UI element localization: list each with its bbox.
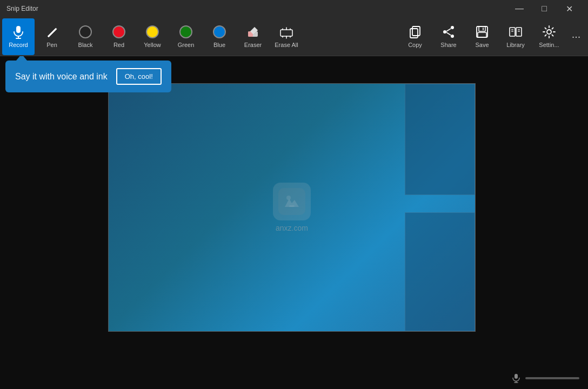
green-label: Green bbox=[178, 42, 195, 49]
green-color-icon bbox=[178, 24, 193, 39]
right-panel-lower bbox=[405, 212, 475, 331]
yellow-label: Yellow bbox=[144, 42, 161, 49]
erase-all-label: Erase All bbox=[275, 42, 298, 49]
pen-label: Pen bbox=[46, 42, 57, 49]
black-color-icon bbox=[78, 24, 93, 39]
watermark-overlay: anxz.com bbox=[273, 183, 311, 232]
svg-rect-27 bbox=[514, 374, 518, 379]
toolbar: Record Pen Black Red bbox=[0, 17, 588, 56]
copy-icon bbox=[407, 24, 423, 39]
svg-rect-5 bbox=[280, 30, 292, 36]
svg-rect-15 bbox=[478, 32, 486, 37]
minimize-icon: — bbox=[515, 4, 524, 14]
app-title: Snip Editor bbox=[6, 5, 38, 12]
mic-area bbox=[511, 373, 579, 383]
svg-rect-13 bbox=[477, 26, 487, 37]
blue-color-icon bbox=[212, 24, 227, 39]
app-store-icon bbox=[273, 183, 311, 220]
more-icon: ··· bbox=[572, 30, 581, 43]
settings-icon bbox=[542, 24, 557, 39]
pen-icon bbox=[44, 24, 59, 39]
more-button[interactable]: ··· bbox=[566, 18, 586, 55]
svg-rect-0 bbox=[16, 26, 21, 33]
black-label: Black bbox=[78, 42, 93, 49]
svg-rect-18 bbox=[516, 28, 522, 36]
record-label: Record bbox=[9, 42, 28, 49]
settings-label: Settin... bbox=[539, 42, 559, 49]
library-button[interactable]: Library bbox=[499, 18, 532, 55]
mic-icon bbox=[11, 24, 26, 39]
close-icon: ✕ bbox=[566, 4, 573, 14]
share-label: Share bbox=[440, 42, 456, 49]
maximize-button[interactable]: □ bbox=[532, 0, 557, 17]
svg-point-23 bbox=[547, 30, 551, 34]
svg-point-25 bbox=[286, 196, 291, 200]
share-icon bbox=[441, 24, 456, 39]
mic-status-icon bbox=[511, 373, 521, 383]
close-button[interactable]: ✕ bbox=[557, 0, 582, 17]
save-label: Save bbox=[475, 42, 489, 49]
svg-rect-26 bbox=[289, 205, 295, 207]
save-icon bbox=[475, 24, 490, 39]
eraser-button[interactable]: Eraser bbox=[237, 18, 269, 55]
yellow-color-icon bbox=[145, 24, 160, 39]
blue-color-button[interactable]: Blue bbox=[203, 18, 236, 55]
svg-point-9 bbox=[443, 30, 446, 33]
save-button[interactable]: Save bbox=[466, 18, 498, 55]
svg-point-8 bbox=[451, 26, 454, 29]
black-color-button[interactable]: Black bbox=[69, 18, 102, 55]
green-color-button[interactable]: Green bbox=[170, 18, 202, 55]
content-area: Say it with voice and ink Oh, cool! anxz… bbox=[0, 56, 588, 389]
library-label: Library bbox=[506, 42, 525, 49]
red-color-button[interactable]: Red bbox=[103, 18, 135, 55]
callout-button[interactable]: Oh, cool! bbox=[116, 68, 162, 85]
svg-rect-7 bbox=[412, 26, 420, 36]
window-controls: — □ ✕ bbox=[507, 0, 582, 17]
toolbar-right: Copy Share bbox=[399, 18, 586, 55]
pen-button[interactable]: Pen bbox=[36, 18, 68, 55]
watermark-text: anxz.com bbox=[276, 224, 308, 232]
svg-rect-17 bbox=[510, 28, 515, 36]
yellow-color-button[interactable]: Yellow bbox=[136, 18, 169, 55]
title-bar: Snip Editor — □ ✕ bbox=[0, 0, 588, 17]
callout-text: Say it with voice and ink bbox=[15, 72, 108, 82]
status-bar bbox=[0, 367, 588, 389]
volume-indicator bbox=[525, 377, 579, 379]
svg-rect-6 bbox=[410, 29, 418, 38]
blue-label: Blue bbox=[213, 42, 225, 49]
record-button[interactable]: Record bbox=[2, 18, 35, 55]
callout-tooltip: Say it with voice and ink Oh, cool! bbox=[5, 61, 171, 92]
toolbar-left: Record Pen Black Red bbox=[2, 18, 399, 55]
library-icon bbox=[508, 24, 523, 39]
erase-all-button[interactable]: Erase All bbox=[270, 18, 303, 55]
maximize-icon: □ bbox=[542, 4, 547, 14]
copy-label: Copy bbox=[408, 42, 422, 49]
erase-all-icon bbox=[279, 24, 294, 39]
settings-button[interactable]: Settin... bbox=[533, 18, 565, 55]
svg-line-12 bbox=[446, 32, 451, 35]
minimize-button[interactable]: — bbox=[507, 0, 532, 17]
right-panel-upper bbox=[405, 84, 475, 195]
screenshot-canvas: anxz.com bbox=[108, 83, 476, 332]
red-color-icon bbox=[111, 24, 126, 39]
red-label: Red bbox=[113, 42, 124, 49]
eraser-label: Eraser bbox=[244, 42, 262, 49]
eraser-icon bbox=[245, 24, 260, 39]
svg-point-10 bbox=[451, 35, 454, 38]
svg-rect-24 bbox=[278, 188, 305, 215]
svg-rect-14 bbox=[479, 26, 485, 31]
svg-line-11 bbox=[446, 29, 451, 31]
share-button[interactable]: Share bbox=[432, 18, 465, 55]
copy-button[interactable]: Copy bbox=[399, 18, 431, 55]
